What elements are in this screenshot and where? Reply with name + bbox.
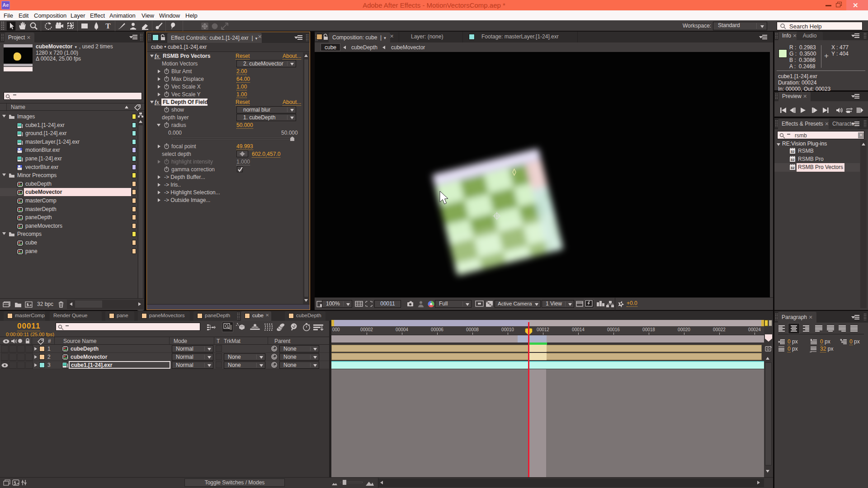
svg-text:T: T (105, 22, 111, 30)
svg-text:32: 32 (791, 150, 795, 154)
svg-text:fx: fx (155, 99, 159, 105)
svg-text:32: 32 (791, 166, 795, 170)
svg-text:32: 32 (791, 158, 795, 162)
svg-text:fx: fx (155, 53, 159, 59)
